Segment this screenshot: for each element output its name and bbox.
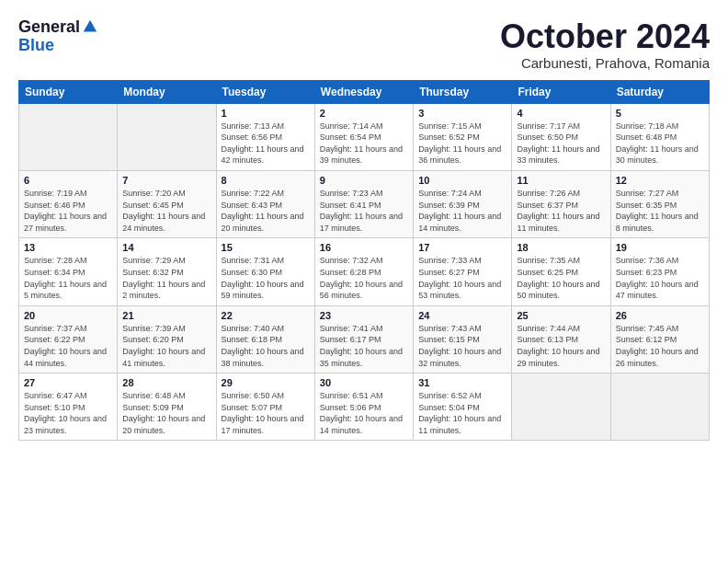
day-info: Sunrise: 7:24 AMSunset: 6:39 PMDaylight:… (418, 188, 506, 234)
day-number: 11 (517, 175, 605, 186)
calendar-day-cell: 9Sunrise: 7:23 AMSunset: 6:41 PMDaylight… (314, 170, 413, 237)
calendar-week-row: 27Sunrise: 6:47 AMSunset: 5:10 PMDayligh… (19, 373, 710, 441)
calendar-day-cell: 29Sunrise: 6:50 AMSunset: 5:07 PMDayligh… (216, 373, 314, 441)
calendar-week-row: 20Sunrise: 7:37 AMSunset: 6:22 PMDayligh… (19, 305, 710, 373)
day-info: Sunrise: 6:50 AMSunset: 5:07 PMDaylight:… (222, 390, 310, 436)
calendar-week-row: 13Sunrise: 7:28 AMSunset: 6:34 PMDayligh… (19, 238, 710, 305)
day-number: 7 (122, 175, 210, 186)
calendar-day-cell: 18Sunrise: 7:35 AMSunset: 6:25 PMDayligh… (512, 238, 610, 305)
calendar-day-cell: 31Sunrise: 6:52 AMSunset: 5:04 PMDayligh… (414, 373, 512, 441)
calendar-day-cell: 4Sunrise: 7:17 AMSunset: 6:50 PMDaylight… (512, 103, 610, 170)
calendar-day-cell: 22Sunrise: 7:40 AMSunset: 6:18 PMDayligh… (216, 305, 314, 373)
calendar-day-cell: 8Sunrise: 7:22 AMSunset: 6:43 PMDaylight… (216, 170, 314, 237)
day-info: Sunrise: 7:43 AMSunset: 6:15 PMDaylight:… (418, 323, 506, 369)
logo-general: General (18, 18, 80, 37)
calendar-day-cell: 21Sunrise: 7:39 AMSunset: 6:20 PMDayligh… (118, 305, 216, 373)
day-info: Sunrise: 7:28 AMSunset: 6:34 PMDaylight:… (24, 255, 112, 301)
day-number: 18 (517, 242, 605, 253)
day-of-week-header: Saturday (610, 80, 709, 103)
day-info: Sunrise: 7:44 AMSunset: 6:13 PMDaylight:… (517, 323, 605, 369)
calendar-day-cell: 20Sunrise: 7:37 AMSunset: 6:22 PMDayligh… (19, 305, 118, 373)
day-of-week-header: Wednesday (314, 80, 413, 103)
day-number: 1 (222, 108, 310, 119)
day-number: 29 (222, 377, 310, 388)
calendar-day-cell: 11Sunrise: 7:26 AMSunset: 6:37 PMDayligh… (512, 170, 610, 237)
day-number: 6 (24, 175, 112, 186)
day-number: 20 (24, 310, 112, 321)
title-section: October 2024 Carbunesti, Prahova, Romani… (500, 18, 710, 71)
day-number: 16 (320, 242, 408, 253)
day-number: 15 (222, 242, 310, 253)
day-info: Sunrise: 7:23 AMSunset: 6:41 PMDaylight:… (320, 188, 408, 234)
day-info: Sunrise: 7:32 AMSunset: 6:28 PMDaylight:… (320, 255, 408, 301)
calendar-header-row: SundayMondayTuesdayWednesdayThursdayFrid… (19, 80, 710, 103)
calendar-day-cell: 12Sunrise: 7:27 AMSunset: 6:35 PMDayligh… (610, 170, 709, 237)
day-info: Sunrise: 7:20 AMSunset: 6:45 PMDaylight:… (122, 188, 210, 234)
calendar-week-row: 6Sunrise: 7:19 AMSunset: 6:46 PMDaylight… (19, 170, 710, 237)
calendar-day-cell: 24Sunrise: 7:43 AMSunset: 6:15 PMDayligh… (414, 305, 512, 373)
calendar-day-cell: 1Sunrise: 7:13 AMSunset: 6:56 PMDaylight… (216, 103, 314, 170)
calendar-day-cell: 14Sunrise: 7:29 AMSunset: 6:32 PMDayligh… (118, 238, 216, 305)
day-info: Sunrise: 7:14 AMSunset: 6:54 PMDaylight:… (320, 121, 408, 167)
day-info: Sunrise: 7:40 AMSunset: 6:18 PMDaylight:… (222, 323, 310, 369)
day-of-week-header: Sunday (19, 80, 118, 103)
calendar-table: SundayMondayTuesdayWednesdayThursdayFrid… (18, 80, 710, 442)
day-of-week-header: Friday (512, 80, 610, 103)
day-number: 17 (418, 242, 506, 253)
day-info: Sunrise: 7:26 AMSunset: 6:37 PMDaylight:… (517, 188, 605, 234)
day-number: 24 (418, 310, 506, 321)
calendar-day-cell: 28Sunrise: 6:48 AMSunset: 5:09 PMDayligh… (118, 373, 216, 441)
day-of-week-header: Tuesday (216, 80, 314, 103)
day-info: Sunrise: 7:37 AMSunset: 6:22 PMDaylight:… (24, 323, 112, 369)
day-info: Sunrise: 6:51 AMSunset: 5:06 PMDaylight:… (320, 390, 408, 436)
logo: General Blue (18, 18, 98, 55)
day-number: 12 (616, 175, 704, 186)
day-number: 5 (616, 108, 704, 119)
day-number: 9 (320, 175, 408, 186)
day-number: 22 (222, 310, 310, 321)
location: Carbunesti, Prahova, Romania (500, 55, 710, 71)
day-info: Sunrise: 7:27 AMSunset: 6:35 PMDaylight:… (616, 188, 704, 234)
day-of-week-header: Monday (118, 80, 216, 103)
page-header: General Blue October 2024 Carbunesti, Pr… (18, 18, 710, 71)
day-info: Sunrise: 7:22 AMSunset: 6:43 PMDaylight:… (222, 188, 310, 234)
calendar-day-cell (610, 373, 709, 441)
calendar-day-cell: 25Sunrise: 7:44 AMSunset: 6:13 PMDayligh… (512, 305, 610, 373)
day-number: 4 (517, 108, 605, 119)
month-title: October 2024 (500, 18, 710, 55)
day-number: 21 (122, 310, 210, 321)
calendar-day-cell: 3Sunrise: 7:15 AMSunset: 6:52 PMDaylight… (414, 103, 512, 170)
calendar-day-cell: 7Sunrise: 7:20 AMSunset: 6:45 PMDaylight… (118, 170, 216, 237)
day-number: 13 (24, 242, 112, 253)
day-info: Sunrise: 7:19 AMSunset: 6:46 PMDaylight:… (24, 188, 112, 234)
day-info: Sunrise: 7:33 AMSunset: 6:27 PMDaylight:… (418, 255, 506, 301)
calendar-day-cell (19, 103, 118, 170)
day-info: Sunrise: 6:47 AMSunset: 5:10 PMDaylight:… (24, 390, 112, 436)
day-info: Sunrise: 6:52 AMSunset: 5:04 PMDaylight:… (418, 390, 506, 436)
day-number: 26 (616, 310, 704, 321)
calendar-day-cell (118, 103, 216, 170)
calendar-week-row: 1Sunrise: 7:13 AMSunset: 6:56 PMDaylight… (19, 103, 710, 170)
day-info: Sunrise: 7:31 AMSunset: 6:30 PMDaylight:… (222, 255, 310, 301)
day-info: Sunrise: 7:17 AMSunset: 6:50 PMDaylight:… (517, 121, 605, 167)
calendar-day-cell (512, 373, 610, 441)
day-info: Sunrise: 7:35 AMSunset: 6:25 PMDaylight:… (517, 255, 605, 301)
calendar-day-cell: 13Sunrise: 7:28 AMSunset: 6:34 PMDayligh… (19, 238, 118, 305)
day-number: 14 (122, 242, 210, 253)
day-info: Sunrise: 7:29 AMSunset: 6:32 PMDaylight:… (122, 255, 210, 301)
day-info: Sunrise: 7:36 AMSunset: 6:23 PMDaylight:… (616, 255, 704, 301)
day-number: 19 (616, 242, 704, 253)
day-number: 27 (24, 377, 112, 388)
day-number: 8 (222, 175, 310, 186)
calendar-day-cell: 17Sunrise: 7:33 AMSunset: 6:27 PMDayligh… (414, 238, 512, 305)
day-number: 23 (320, 310, 408, 321)
svg-marker-0 (84, 20, 97, 32)
day-info: Sunrise: 6:48 AMSunset: 5:09 PMDaylight:… (122, 390, 210, 436)
calendar-day-cell: 5Sunrise: 7:18 AMSunset: 6:48 PMDaylight… (610, 103, 709, 170)
calendar-day-cell: 23Sunrise: 7:41 AMSunset: 6:17 PMDayligh… (314, 305, 413, 373)
day-info: Sunrise: 7:13 AMSunset: 6:56 PMDaylight:… (222, 121, 310, 167)
day-number: 31 (418, 377, 506, 388)
calendar-day-cell: 16Sunrise: 7:32 AMSunset: 6:28 PMDayligh… (314, 238, 413, 305)
day-info: Sunrise: 7:39 AMSunset: 6:20 PMDaylight:… (122, 323, 210, 369)
day-info: Sunrise: 7:41 AMSunset: 6:17 PMDaylight:… (320, 323, 408, 369)
